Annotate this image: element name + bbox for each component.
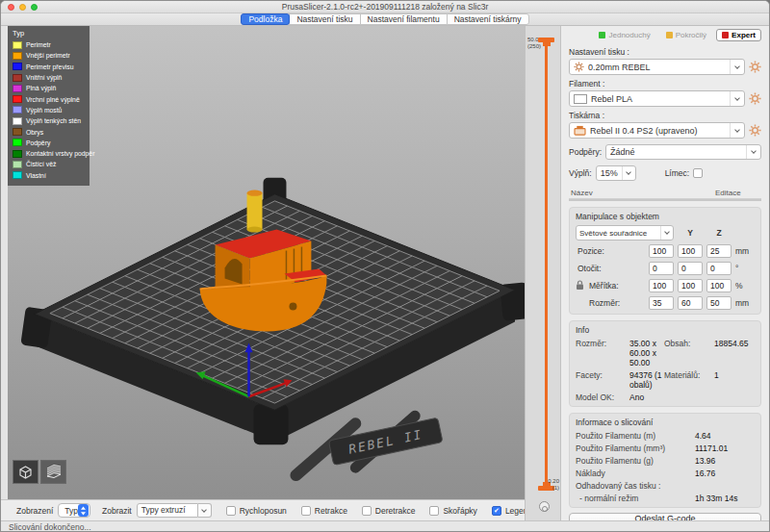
coordinate-system-combo[interactable]: Světové souřadnice [576, 225, 674, 241]
printer-icon [574, 125, 586, 136]
position-x-input[interactable] [649, 244, 674, 258]
chevron-down-icon[interactable] [198, 503, 212, 518]
size-y-input[interactable] [678, 296, 703, 310]
print-settings-combo[interactable]: 0.20mm REBEL [569, 59, 745, 75]
scale-z-input[interactable] [706, 279, 732, 292]
tab-printer-settings[interactable]: Nastavení tiskárny [447, 13, 529, 25]
unretractions-checkbox[interactable] [362, 506, 372, 516]
position-y-input[interactable] [678, 244, 703, 258]
gear-icon [574, 62, 584, 72]
size-value: 35.00 x 60.00 x 50.00 [629, 339, 662, 367]
app-window: PrusaSlicer-2.1.0-rc2+-201909111218 zalo… [0, 0, 770, 532]
layer-slider-track[interactable] [545, 41, 548, 486]
object-list-header: Název Editace [569, 188, 761, 199]
legend-color-swatch [13, 150, 22, 158]
bed-leg-front [254, 404, 289, 444]
main-tabbar: Podložka Nastavení tisku Nastavení filam… [1, 13, 769, 26]
mode-expert-button[interactable]: Expert [716, 29, 761, 41]
legend-color-swatch [13, 41, 22, 49]
legend-item: Perimetr převisu [13, 62, 85, 72]
model-ok-value: Ano [629, 393, 662, 402]
object-list-item[interactable]: ben_floating_benchmark.stl [570, 200, 760, 201]
legend-color-swatch [13, 63, 22, 70]
axis-z-header: Z [706, 228, 732, 238]
scale-x-input[interactable] [649, 279, 674, 292]
edit-column-header: Editace [715, 189, 759, 197]
legend-title: Typ [13, 29, 85, 38]
layer-slider-upper-handle[interactable] [538, 38, 554, 42]
rotate-z-input[interactable] [706, 262, 732, 275]
legend-color-swatch [13, 85, 22, 92]
preview-layers-button[interactable] [40, 460, 66, 484]
sidebar: Jednoduchý Pokročilý Expert Nastavení ti… [561, 26, 769, 520]
position-z-input[interactable] [706, 244, 732, 258]
show-dropdown-label: Zobrazit [102, 506, 132, 516]
mode-simple-button[interactable]: Jednoduchý [593, 29, 655, 41]
sliced-info-panel: Informace o slicování Použito Filamentu … [569, 413, 761, 508]
tab-print-settings[interactable]: Nastavení tisku [289, 13, 360, 25]
legend-item: Čistící věž [13, 159, 85, 169]
legend-item: Vnitřní výplň [13, 72, 85, 83]
travel-checkbox[interactable] [226, 506, 236, 516]
legend-item: Podpěry [13, 138, 85, 148]
retractions-checkbox[interactable] [301, 506, 311, 516]
size-row-label: Rozměr: [576, 298, 645, 308]
filament-combo[interactable]: Rebel PLA [569, 90, 745, 107]
brim-checkbox[interactable] [693, 168, 703, 178]
view-mode-toggles [13, 460, 66, 484]
legend-color-swatch [13, 161, 22, 168]
printer-combo[interactable]: Rebel II 0.4 PS2 (upraveno) [569, 122, 745, 139]
rotate-x-input[interactable] [649, 262, 674, 275]
printer-gear-button[interactable] [749, 124, 761, 137]
filament-label: Filament : [569, 79, 761, 89]
chevron-down-icon [622, 166, 635, 180]
printer-label: Tiskárna : [569, 111, 761, 120]
axis-y-header: Y [678, 228, 703, 238]
lock-icon[interactable] [576, 280, 584, 292]
tab-plater[interactable]: Podložka [241, 13, 290, 25]
shells-checkbox[interactable] [429, 506, 439, 516]
materials-label: Materiálů: [664, 370, 712, 390]
size-x-input[interactable] [649, 296, 674, 310]
mode-buttons: Jednoduchý Pokročilý Expert [569, 29, 761, 41]
send-gcode-button[interactable]: Odeslat G-code [569, 513, 761, 520]
scale-y-input[interactable] [678, 279, 703, 292]
materials-value: 1 [714, 370, 755, 390]
stepper-icon [78, 504, 89, 517]
size-z-input[interactable] [706, 296, 732, 310]
legend-item: Kontaktní vrstvy podpěr [13, 148, 85, 159]
object-manipulation-panel: Manipulace s objektem Světové souřadnice… [569, 207, 761, 315]
model-ok-label: Model OK: [576, 393, 628, 402]
one-layer-view-toggle[interactable] [539, 501, 550, 512]
supports-combo[interactable]: Žádné [605, 144, 761, 160]
normal-mode-label: - normální režim [576, 494, 693, 503]
legend-item: Výplň tenkých stěn [13, 115, 85, 126]
print-settings-gear-button[interactable] [749, 61, 761, 73]
tab-filament-settings[interactable]: Nastavení filamentu [360, 13, 448, 25]
legend-checkbox[interactable] [492, 506, 501, 516]
info-title: Info [576, 325, 755, 335]
print-settings-label: Nastavení tisku : [569, 47, 761, 57]
window-title: PrusaSlicer-2.1.0-rc2+-201909111218 zalo… [1, 2, 769, 12]
mode-simple-icon [599, 32, 605, 38]
filament-g-value: 13.96 [695, 456, 755, 466]
infill-combo[interactable]: 15% [596, 165, 636, 181]
legend-color-swatch [13, 52, 22, 60]
layers-icon [44, 464, 64, 480]
layer-slider-strip: 50.00(250) 0.20(1) [525, 26, 561, 520]
filament-gear-button[interactable] [749, 92, 761, 105]
titlebar: PrusaSlicer-2.1.0-rc2+-201909111218 zalo… [1, 1, 769, 13]
legend-item: Vrchní plné výplně [13, 93, 85, 104]
show-feature-combo[interactable]: Typy extruzí [137, 503, 212, 518]
3d-view-button[interactable] [13, 460, 38, 484]
chevron-down-icon [730, 91, 744, 106]
manipulation-title: Manipulace s objektem [576, 212, 755, 221]
facets-value: 94376 (1 obalů) [629, 370, 662, 390]
view-type-select[interactable]: Typ [58, 503, 90, 518]
scale-row-label: Měřítka: [576, 281, 645, 291]
3d-viewport[interactable]: REBEL II [8, 26, 525, 499]
rotate-y-input[interactable] [678, 262, 703, 275]
mode-advanced-button[interactable]: Pokročilý [660, 29, 712, 41]
legend-item: Vnější perimetr [13, 50, 85, 61]
volume-label: Obsah: [664, 339, 712, 367]
